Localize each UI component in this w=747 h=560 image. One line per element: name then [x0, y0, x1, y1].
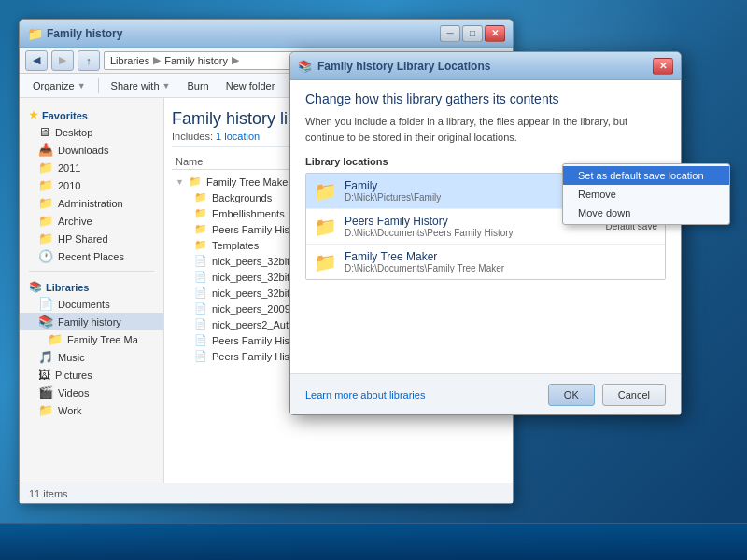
- minimize-button[interactable]: ─: [440, 25, 460, 42]
- sidebar-item-music[interactable]: 🎵 Music: [20, 348, 163, 366]
- back-button[interactable]: ◀: [25, 50, 48, 71]
- sidebar-item-work[interactable]: 📁 Work: [20, 401, 163, 419]
- file-icon-4: 📄: [194, 302, 207, 315]
- family-history-icon: 📚: [38, 315, 53, 329]
- dialog-heading: Change how this library gathers its cont…: [305, 91, 666, 106]
- family-tree-icon: 📁: [48, 332, 63, 346]
- library-locations-dialog: 📚 Family history Library Locations ✕ Cha…: [289, 51, 682, 415]
- learn-more-link[interactable]: Learn more about libraries: [305, 389, 425, 400]
- taskbar: [0, 523, 747, 560]
- location-folder-icon-3: 📁: [314, 251, 337, 273]
- sidebar-item-archive[interactable]: 📁 Archive: [20, 212, 163, 230]
- location-item-ftm[interactable]: 📁 Family Tree Maker D:\Nick\Documents\Fa…: [306, 245, 665, 279]
- context-menu-remove[interactable]: Remove: [563, 185, 729, 203]
- toolbar-separator-1: [98, 78, 99, 93]
- location-info-3: Family Tree Maker D:\Nick\Documents\Fami…: [345, 250, 657, 273]
- sidebar-item-2010[interactable]: 📁 2010: [20, 176, 163, 194]
- dialog-close-button[interactable]: ✕: [653, 58, 673, 75]
- favorites-star-icon: ★: [29, 109, 38, 121]
- forward-button[interactable]: ▶: [51, 50, 74, 71]
- folder-icon-peers: 📁: [194, 223, 207, 235]
- sidebar: ★ Favorites 🖥 Desktop 📥 Downloads 📁 2011…: [20, 98, 164, 483]
- sidebar-item-recent-places[interactable]: 🕐 Recent Places: [20, 247, 163, 265]
- location-name-2: Peers Family History: [345, 215, 594, 228]
- favorites-header: ★ Favorites: [20, 105, 163, 123]
- location-info-2: Peers Family History D:\Nick\Documents\P…: [345, 215, 594, 238]
- hp-shared-icon: 📁: [38, 231, 53, 245]
- context-menu-move-down[interactable]: Move down: [563, 203, 729, 222]
- folder-icon-bg: 📁: [194, 191, 207, 203]
- folder-icon-templates: 📁: [194, 239, 207, 251]
- dialog-icon: 📚: [298, 60, 312, 73]
- sidebar-item-2011[interactable]: 📁 2011: [20, 159, 163, 176]
- dialog-titlebar: 📚 Family history Library Locations ✕: [290, 52, 681, 80]
- recent-places-icon: 🕐: [38, 249, 53, 263]
- organize-chevron: ▼: [78, 81, 86, 91]
- location-path-3: D:\Nick\Documents\Family Tree Maker: [345, 263, 657, 273]
- sidebar-item-family-history[interactable]: 📚 Family history: [20, 313, 163, 330]
- music-icon: 🎵: [38, 350, 53, 364]
- sidebar-item-pictures[interactable]: 🖼 Pictures: [20, 366, 163, 384]
- archive-icon: 📁: [38, 214, 53, 228]
- dialog-description: When you include a folder in a library, …: [305, 114, 666, 145]
- sidebar-divider-1: [29, 271, 154, 272]
- documents-icon: 📄: [38, 297, 53, 311]
- close-button[interactable]: ✕: [485, 25, 505, 42]
- maximize-button[interactable]: □: [462, 25, 483, 42]
- folder-icon-emb: 📁: [194, 207, 207, 219]
- file-icon-1: 📄: [194, 255, 207, 267]
- file-icon-6: 📄: [194, 334, 207, 346]
- sidebar-item-hp-shared[interactable]: 📁 HP Shared: [20, 230, 163, 247]
- dialog-footer: Learn more about libraries OK Cancel: [290, 373, 681, 414]
- ok-button[interactable]: OK: [548, 384, 595, 406]
- folder-icon-ftm: 📁: [189, 175, 202, 188]
- libraries-section: 📚 Libraries 📄 Documents 📚 Family history…: [20, 277, 163, 419]
- library-includes-link[interactable]: 1 location: [216, 131, 260, 142]
- dialog-content: Change how this library gathers its cont…: [290, 80, 681, 373]
- status-bar: 11 items: [20, 483, 513, 503]
- sidebar-item-downloads[interactable]: 📥 Downloads: [20, 141, 163, 159]
- item-count: 11 items: [29, 488, 68, 499]
- organize-button[interactable]: Organize ▼: [25, 76, 93, 96]
- sidebar-item-documents[interactable]: 📄 Documents: [20, 295, 163, 313]
- sidebar-item-administration[interactable]: 📁 Administration: [20, 194, 163, 212]
- libraries-header: 📚 Libraries: [20, 277, 163, 295]
- location-folder-icon-1: 📁: [314, 180, 337, 203]
- folder-expand-icon: ▼: [176, 177, 184, 187]
- path-libraries[interactable]: Libraries: [110, 55, 149, 66]
- desktop-icon: 🖥: [38, 125, 50, 139]
- context-menu-set-default[interactable]: Set as default save location: [563, 166, 729, 185]
- explorer-window-title: Family history: [47, 27, 122, 40]
- up-button[interactable]: ↑: [78, 50, 100, 71]
- sidebar-item-videos[interactable]: 🎬 Videos: [20, 384, 163, 401]
- file-icon-7: 📄: [194, 350, 207, 362]
- context-menu: Set as default save location Remove Move…: [562, 163, 730, 225]
- pictures-icon: 🖼: [38, 368, 50, 382]
- share-with-button[interactable]: Share with ▼: [104, 76, 178, 96]
- administration-icon: 📁: [38, 196, 53, 210]
- file-icon-5: 📄: [194, 318, 207, 330]
- folder-2011-icon: 📁: [38, 161, 53, 175]
- sidebar-item-family-tree-ma[interactable]: 📁 Family Tree Ma: [20, 330, 163, 348]
- sidebar-item-desktop[interactable]: 🖥 Desktop: [20, 123, 163, 141]
- explorer-titlebar: 📁 Family history ─ □ ✕: [20, 20, 513, 48]
- dialog-footer-buttons: OK Cancel: [548, 384, 666, 406]
- file-icon-3: 📄: [194, 287, 207, 299]
- file-icon-2: 📄: [194, 271, 207, 283]
- folder-2010-icon: 📁: [38, 178, 53, 192]
- location-folder-icon-2: 📁: [314, 216, 337, 238]
- work-icon: 📁: [38, 403, 53, 417]
- share-chevron: ▼: [162, 81, 171, 91]
- downloads-icon: 📥: [38, 143, 53, 157]
- favorites-section: ★ Favorites 🖥 Desktop 📥 Downloads 📁 2011…: [20, 105, 163, 265]
- location-name-3: Family Tree Maker: [345, 250, 657, 263]
- location-path-2: D:\Nick\Documents\Peers Family History: [345, 228, 594, 238]
- dialog-title-text: Family history Library Locations: [317, 60, 490, 73]
- videos-icon: 🎬: [38, 385, 53, 399]
- cancel-button[interactable]: Cancel: [602, 384, 666, 406]
- path-family-history[interactable]: Family history: [164, 55, 228, 66]
- explorer-window-icon: 📁: [27, 26, 43, 41]
- libraries-icon: 📚: [29, 281, 42, 293]
- new-folder-button[interactable]: New folder: [218, 76, 283, 96]
- burn-button[interactable]: Burn: [179, 76, 216, 96]
